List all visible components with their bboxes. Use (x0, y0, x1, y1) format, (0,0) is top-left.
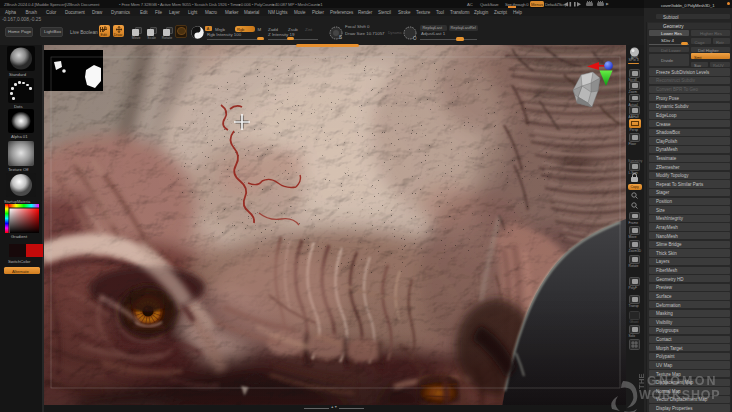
svg-text:GNOMON: GNOMON (647, 374, 718, 388)
svg-text:O: O (413, 35, 417, 40)
svg-text:S: S (339, 35, 342, 40)
svg-text:WORKSHOP: WORKSHOP (639, 388, 720, 402)
